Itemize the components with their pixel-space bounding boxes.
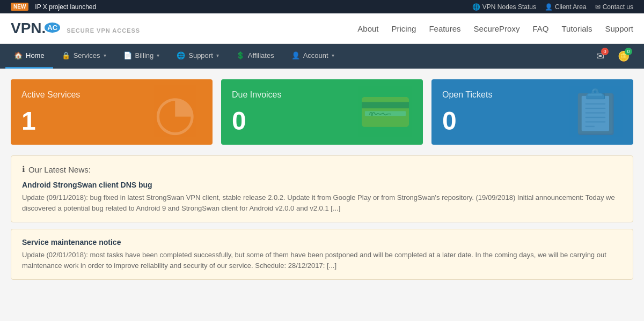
nav-secureproxy[interactable]: SecureProxy xyxy=(474,24,520,33)
active-services-card: Active Services 1 ◔ xyxy=(11,79,213,145)
nav-faq[interactable]: FAQ xyxy=(532,24,548,33)
nav-tutorials[interactable]: Tutorials xyxy=(561,24,592,33)
chevron-down-icon-account: ▾ xyxy=(332,53,334,58)
nav-home-label: Home xyxy=(26,51,45,59)
nav-support[interactable]: Support xyxy=(605,24,633,33)
chevron-down-icon: ▾ xyxy=(104,53,106,58)
mail-button[interactable]: ✉ 0 xyxy=(590,47,610,66)
news-title-link-maintenance[interactable]: Service maintenance notice xyxy=(22,238,121,247)
nav-features[interactable]: Features xyxy=(429,24,460,33)
news-content-maintenance: Update (02/01/2018): most tasks have bee… xyxy=(22,250,622,271)
mail-badge: 0 xyxy=(601,48,609,55)
coin-badge: 0 xyxy=(625,48,632,55)
news-title-link-dns[interactable]: Android StrongSwan client DNS bug xyxy=(22,181,152,189)
info-icon: ℹ xyxy=(22,165,25,174)
cards-row: Active Services 1 ◔ Due Invoices 0 💳 Ope… xyxy=(11,79,633,145)
announcement-text: IP X project launched xyxy=(35,3,96,11)
account-icon: 👤 xyxy=(291,51,300,59)
news-title-dns[interactable]: Android StrongSwan client DNS bug xyxy=(22,181,622,189)
open-tickets-bg-icon: 📋 xyxy=(569,87,623,137)
nav-support[interactable]: 🌐 Support ▾ xyxy=(168,44,228,69)
affiliates-icon: 💲 xyxy=(236,51,245,59)
nav-affiliates-label: Affiliates xyxy=(248,51,274,59)
news-title-maintenance[interactable]: Service maintenance notice xyxy=(22,238,622,247)
due-invoices-card: Due Invoices 0 💳 xyxy=(221,79,423,145)
dashboard: Active Services 1 ◔ Due Invoices 0 💳 Ope… xyxy=(0,69,644,297)
open-tickets-card: Open Tickets 0 📋 xyxy=(431,79,633,145)
news-content-dns: Update (09/11/2018): bug fixed in latest… xyxy=(22,192,622,213)
nav-pricing[interactable]: Pricing xyxy=(392,24,416,33)
news-item-dns-bug: ℹ Our Latest News: Android StrongSwan cl… xyxy=(11,155,633,222)
secondary-nav: 🏠 Home 🔒 Services ▾ 📄 Billing ▾ 🌐 Suppor… xyxy=(0,44,644,69)
nav-services-label: Services xyxy=(74,51,100,59)
coin-button[interactable]: 🪙 0 xyxy=(614,47,633,66)
support-icon: 🌐 xyxy=(177,51,185,59)
top-bar-left: NEW IP X project launched xyxy=(11,3,96,11)
active-services-bg-icon: ◔ xyxy=(154,84,196,140)
logo: VPN.AC SECURE VPN ACCESS xyxy=(11,20,140,37)
logo-text: VPN.AC xyxy=(11,20,61,37)
top-bar: NEW IP X project launched 🌐 VPN Nodes St… xyxy=(0,0,644,13)
nav-about[interactable]: About xyxy=(357,24,378,33)
nav-icons: ✉ 0 🪙 0 xyxy=(590,47,639,66)
lock-icon: 🔒 xyxy=(62,51,70,59)
nav-account[interactable]: 👤 Account ▾ xyxy=(283,44,343,69)
header: VPN.AC SECURE VPN ACCESS About Pricing F… xyxy=(0,13,644,44)
due-invoices-bg-icon: 💳 xyxy=(358,87,412,137)
billing-icon: 📄 xyxy=(123,51,132,59)
nav-support-label: Support xyxy=(188,51,213,59)
nav-account-label: Account xyxy=(303,51,328,59)
news-header: ℹ Our Latest News: xyxy=(22,165,622,174)
logo-subtitle: SECURE VPN ACCESS xyxy=(67,27,140,34)
news-item-maintenance: Service maintenance notice Update (02/01… xyxy=(11,229,633,280)
home-icon: 🏠 xyxy=(14,51,23,59)
nav-billing-label: Billing xyxy=(135,51,154,59)
vpn-nodes-link[interactable]: 🌐 VPN Nodes Status xyxy=(472,3,536,11)
nav-services[interactable]: 🔒 Services ▾ xyxy=(53,44,115,69)
chevron-down-icon-billing: ▾ xyxy=(157,53,159,58)
nav-affiliates[interactable]: 💲 Affiliates xyxy=(228,44,283,69)
nav-home[interactable]: 🏠 Home xyxy=(5,44,53,69)
new-badge: NEW xyxy=(11,3,28,11)
client-area-link[interactable]: 👤 Client Area xyxy=(545,3,587,11)
main-nav: About Pricing Features SecureProxy FAQ T… xyxy=(357,24,633,33)
chevron-down-icon-support: ▾ xyxy=(216,53,219,58)
contact-us-link[interactable]: ✉ Contact us xyxy=(595,3,633,11)
top-bar-right: 🌐 VPN Nodes Status 👤 Client Area ✉ Conta… xyxy=(472,3,633,11)
news-section-label: Our Latest News: xyxy=(28,165,91,174)
nav-billing[interactable]: 📄 Billing ▾ xyxy=(115,44,169,69)
